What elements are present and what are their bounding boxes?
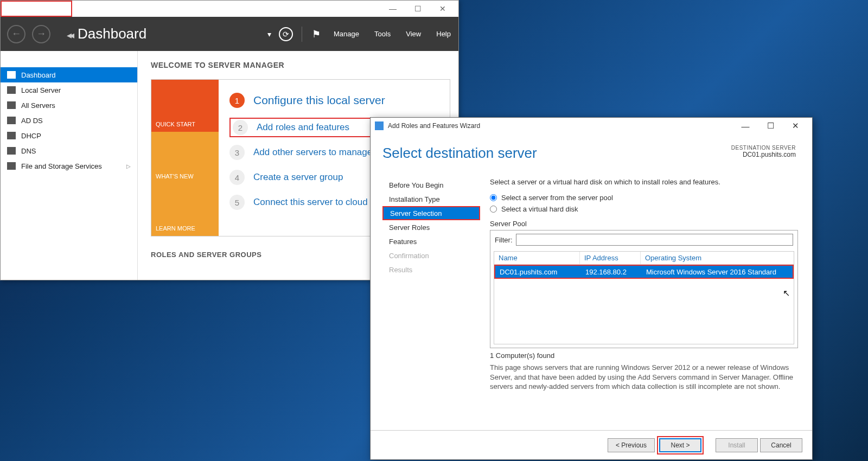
computers-found: 1 Computer(s) found: [490, 351, 798, 360]
wizard-heading: Select destination server: [382, 145, 537, 162]
dashboard-icon: [7, 71, 16, 79]
server-pool-box: Filter: Name IP Address Operating System…: [490, 230, 798, 348]
server-icon: [7, 86, 16, 94]
sidebar-item-dns[interactable]: DNS: [1, 143, 137, 158]
step-number: 2: [233, 120, 248, 135]
close-button[interactable]: ✕: [430, 1, 455, 17]
sidebar-item-local-server[interactable]: Local Server: [1, 82, 137, 98]
nav-results: Results: [382, 262, 480, 277]
wizard-title: Add Roles and Features Wizard: [388, 122, 480, 130]
breadcrumb-dashboard[interactable]: Dashboard: [67, 25, 146, 42]
sidebar-label: AD DS: [21, 117, 43, 125]
page-description: This page shows servers that are running…: [490, 363, 798, 392]
step-text: Create a server group: [253, 172, 343, 183]
nav-installation-type[interactable]: Installation Type: [382, 192, 480, 206]
notifications-flag-icon[interactable]: ⚑: [312, 28, 321, 40]
wizard-content: Select a server or a virtual hard disk o…: [480, 167, 812, 430]
previous-button[interactable]: < Previous: [608, 438, 655, 452]
wizard-titlebar: Add Roles and Features Wizard — ☐ ✕: [371, 118, 812, 134]
titlebar-highlight: [1, 1, 72, 17]
menu-tools[interactable]: Tools: [374, 30, 391, 38]
chevron-right-icon: ▷: [126, 163, 131, 169]
step-number: 1: [229, 93, 245, 108]
col-os[interactable]: Operating System: [641, 252, 794, 264]
forward-button[interactable]: →: [32, 25, 50, 43]
cancel-button[interactable]: Cancel: [760, 438, 802, 452]
filter-input[interactable]: [516, 234, 794, 246]
sidebar-item-all-servers[interactable]: All Servers: [1, 98, 137, 113]
radio-vhd[interactable]: Select a virtual hard disk: [490, 205, 798, 213]
server-pool-label: Server Pool: [490, 220, 798, 228]
sidebar-label: Local Server: [21, 86, 61, 94]
dns-icon: [7, 147, 16, 155]
nav-features[interactable]: Features: [382, 234, 480, 248]
nav-server-selection[interactable]: Server Selection: [382, 206, 480, 220]
radio-vhd-label: Select a virtual hard disk: [501, 205, 578, 213]
cursor-icon: ↖: [783, 288, 790, 298]
welcome-heading: WELCOME TO SERVER MANAGER: [151, 61, 458, 69]
radio-server-pool[interactable]: Select a server from the server pool: [490, 194, 798, 202]
step-text: Configure this local server: [253, 94, 385, 107]
menu-manage[interactable]: Manage: [334, 30, 359, 38]
table-row[interactable]: DC01.pushits.com 192.168.80.2 Microsoft …: [495, 266, 793, 278]
destination-value: DC01.pushits.com: [731, 151, 796, 158]
step-number: 4: [229, 170, 245, 185]
sidebar-label: DNS: [21, 147, 36, 155]
wizard-nav: Before You Begin Installation Type Serve…: [382, 167, 480, 430]
radio-pool-input[interactable]: [490, 194, 497, 201]
sidebar-item-file-storage[interactable]: File and Storage Services▷: [1, 158, 137, 174]
wizard-minimize-button[interactable]: —: [733, 118, 758, 133]
destination-label: DESTINATION SERVER: [731, 145, 796, 151]
cell-name: DC01.pushits.com: [495, 268, 581, 276]
menu-help[interactable]: Help: [436, 30, 451, 38]
storage-icon: [7, 162, 16, 170]
wizard-maximize-button[interactable]: ☐: [758, 118, 783, 133]
wizard-intro: Select a server or a virtual hard disk o…: [490, 178, 798, 186]
cell-ip: 192.168.80.2: [581, 268, 642, 276]
radio-pool-label: Select a server from the server pool: [501, 194, 613, 202]
refresh-icon[interactable]: ⟳: [279, 27, 293, 41]
step-number: 5: [229, 195, 245, 210]
nav-before-you-begin[interactable]: Before You Begin: [382, 178, 480, 192]
step-configure[interactable]: 1Configure this local server: [229, 93, 439, 108]
next-button-highlight: Next >: [657, 436, 704, 454]
tile-learn-more[interactable]: LEARN MORE: [151, 184, 219, 236]
sidebar-item-dhcp[interactable]: DHCP: [1, 128, 137, 143]
sidebar-item-ad-ds[interactable]: AD DS: [1, 113, 137, 128]
table-row-highlight: DC01.pushits.com 192.168.80.2 Microsoft …: [494, 265, 794, 279]
server-pool-table: Name IP Address Operating System DC01.pu…: [494, 251, 794, 344]
minimize-button[interactable]: —: [380, 1, 405, 17]
sidebar-item-dashboard[interactable]: Dashboard: [1, 67, 137, 82]
sidebar-label: All Servers: [21, 101, 55, 110]
wizard-header: Select destination server DESTINATION SE…: [371, 134, 812, 167]
sidebar-label: Dashboard: [21, 71, 56, 79]
col-ip[interactable]: IP Address: [580, 252, 641, 264]
tile-quick-start[interactable]: QUICK START: [151, 80, 219, 132]
back-button[interactable]: ←: [7, 25, 25, 43]
radio-vhd-input[interactable]: [490, 206, 497, 213]
table-header: Name IP Address Operating System: [494, 252, 794, 265]
wizard-icon: [375, 121, 384, 130]
toolbar: ← → Dashboard ▾ ⟳ ⚑ Manage Tools View He…: [1, 17, 458, 51]
servers-icon: [7, 101, 16, 109]
menu-view[interactable]: View: [406, 30, 421, 38]
col-name[interactable]: Name: [494, 252, 580, 264]
step-text: Add other servers to manage: [253, 147, 372, 158]
dhcp-icon: [7, 132, 16, 139]
nav-confirmation: Confirmation: [382, 248, 480, 262]
maximize-button[interactable]: ☐: [405, 1, 430, 17]
next-button[interactable]: Next >: [659, 438, 701, 452]
install-button: Install: [716, 438, 758, 452]
add-roles-wizard-window: Add Roles and Features Wizard — ☐ ✕ Sele…: [370, 117, 813, 460]
nav-server-roles[interactable]: Server Roles: [382, 220, 480, 234]
sidebar-label: DHCP: [21, 132, 41, 140]
cell-os: Microsoft Windows Server 2016 Standard: [642, 268, 793, 276]
step-number: 3: [229, 145, 245, 160]
ad-icon: [7, 117, 16, 124]
wizard-close-button[interactable]: ✕: [783, 118, 808, 133]
breadcrumb-dropdown[interactable]: ▾: [267, 30, 271, 39]
sidebar: Dashboard Local Server All Servers AD DS…: [1, 51, 138, 280]
wizard-footer: < Previous Next > Install Cancel: [371, 430, 812, 459]
step-text: Add roles and features: [257, 122, 349, 133]
tile-whats-new[interactable]: WHAT'S NEW: [151, 132, 219, 184]
